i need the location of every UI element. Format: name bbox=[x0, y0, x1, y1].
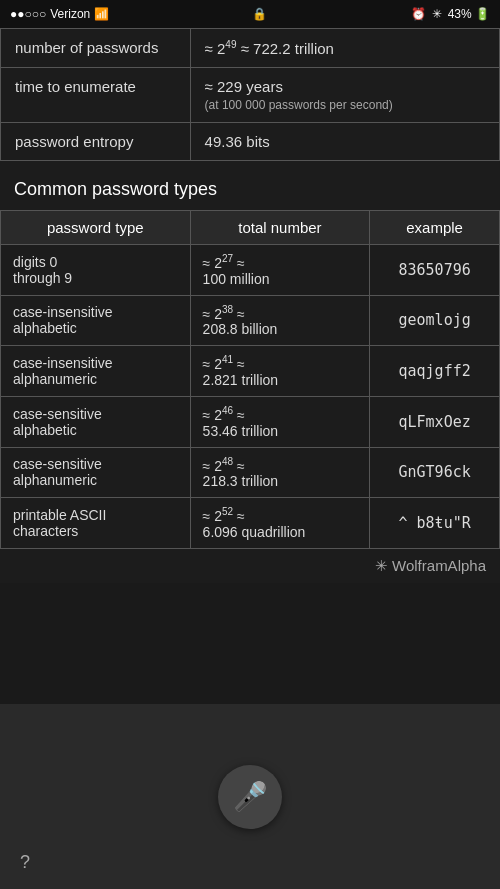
wolfram-label: WolframAlpha bbox=[392, 557, 486, 574]
row-value: ≈ 229 years (at 100 000 passwords per se… bbox=[190, 68, 499, 123]
bluetooth-icon: ✳ bbox=[432, 7, 442, 21]
example: qLFmxOez bbox=[370, 396, 500, 447]
summary-table: number of passwords ≈ 249 ≈ 722.2 trilli… bbox=[0, 28, 500, 161]
total-number: ≈ 241 ≈2.821 trillion bbox=[190, 346, 370, 397]
col-header-example: example bbox=[370, 211, 500, 245]
row-label: time to enumerate bbox=[1, 68, 191, 123]
table-row: number of passwords ≈ 249 ≈ 722.2 trilli… bbox=[1, 29, 500, 68]
lock-icon: 🔒 bbox=[252, 7, 267, 21]
table-header-row: password type total number example bbox=[1, 211, 500, 245]
col-header-type: password type bbox=[1, 211, 191, 245]
example: GnGT96ck bbox=[370, 447, 500, 498]
row-label: number of passwords bbox=[1, 29, 191, 68]
table-row: time to enumerate ≈ 229 years (at 100 00… bbox=[1, 68, 500, 123]
total-number: ≈ 252 ≈6.096 quadrillion bbox=[190, 498, 370, 549]
password-type: case-insensitivealphanumeric bbox=[1, 346, 191, 397]
row-value: 49.36 bits bbox=[190, 123, 499, 161]
wolfram-asterisk: ✳ bbox=[375, 557, 388, 574]
table-row: case-insensitivealphanumeric ≈ 241 ≈2.82… bbox=[1, 346, 500, 397]
password-type: case-insensitivealphabetic bbox=[1, 295, 191, 346]
section-heading: Common password types bbox=[0, 161, 500, 210]
row-value: ≈ 249 ≈ 722.2 trillion bbox=[190, 29, 499, 68]
carrier-label: Verizon bbox=[50, 7, 90, 21]
signal-dots: ●●○○○ bbox=[10, 7, 46, 21]
wolfram-branding: ✳ WolframAlpha bbox=[0, 549, 500, 583]
table-row: case-sensitivealphabetic ≈ 246 ≈53.46 tr… bbox=[1, 396, 500, 447]
col-header-count: total number bbox=[190, 211, 370, 245]
password-type: digits 0through 9 bbox=[1, 245, 191, 296]
sub-text: (at 100 000 passwords per second) bbox=[205, 98, 393, 112]
password-type: case-sensitivealphanumeric bbox=[1, 447, 191, 498]
table-row: password entropy 49.36 bits bbox=[1, 123, 500, 161]
total-number: ≈ 246 ≈53.46 trillion bbox=[190, 396, 370, 447]
example: qaqjgff2 bbox=[370, 346, 500, 397]
battery-label: 43% 🔋 bbox=[448, 7, 490, 21]
main-content: number of passwords ≈ 249 ≈ 722.2 trilli… bbox=[0, 28, 500, 583]
table-row: case-insensitivealphabetic ≈ 238 ≈208.8 … bbox=[1, 295, 500, 346]
status-bar: ●●○○○ Verizon 📶 🔒 ⏰ ✳ 43% 🔋 bbox=[0, 0, 500, 28]
table-row: case-sensitivealphanumeric ≈ 248 ≈218.3 … bbox=[1, 447, 500, 498]
types-table: password type total number example digit… bbox=[0, 210, 500, 549]
bottom-bar: 🎤 ? bbox=[0, 704, 500, 889]
alarm-icon: ⏰ bbox=[411, 7, 426, 21]
wifi-icon: 📶 bbox=[94, 7, 109, 21]
table-row: printable ASCIIcharacters ≈ 252 ≈6.096 q… bbox=[1, 498, 500, 549]
row-label: password entropy bbox=[1, 123, 191, 161]
help-button[interactable]: ? bbox=[20, 852, 30, 873]
status-left: ●●○○○ Verizon 📶 bbox=[10, 7, 109, 21]
mic-button[interactable]: 🎤 bbox=[218, 765, 282, 829]
password-type: printable ASCIIcharacters bbox=[1, 498, 191, 549]
total-number: ≈ 248 ≈218.3 trillion bbox=[190, 447, 370, 498]
example: ^ b8ŧu"R bbox=[370, 498, 500, 549]
table-row: digits 0through 9 ≈ 227 ≈100 million 836… bbox=[1, 245, 500, 296]
example: 83650796 bbox=[370, 245, 500, 296]
total-number: ≈ 227 ≈100 million bbox=[190, 245, 370, 296]
mic-icon: 🎤 bbox=[233, 780, 268, 813]
total-number: ≈ 238 ≈208.8 billion bbox=[190, 295, 370, 346]
example: geomlojg bbox=[370, 295, 500, 346]
password-type: case-sensitivealphabetic bbox=[1, 396, 191, 447]
status-right: ⏰ ✳ 43% 🔋 bbox=[411, 7, 490, 21]
